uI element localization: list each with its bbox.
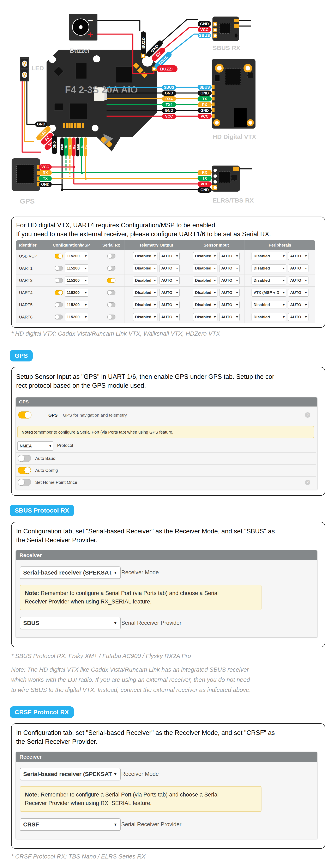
- peripherals-select[interactable]: Disabled▾: [252, 301, 286, 309]
- peripherals-select[interactable]: VTX (MSP + D▾: [252, 289, 286, 297]
- auto-config-toggle[interactable]: [18, 467, 31, 474]
- peripherals-select[interactable]: Disabled▾: [252, 277, 286, 284]
- configuration-msp-toggle[interactable]: [55, 278, 63, 283]
- svg-text:GND: GND: [53, 141, 56, 149]
- pin-pill-tx: TX: [198, 176, 212, 181]
- chevron-down-icon: ▾: [236, 315, 238, 319]
- svg-text:RX: RX: [43, 171, 48, 175]
- set-home-row: Set Home Point Once ?: [16, 476, 316, 488]
- pin-pill-gnd: GND: [76, 137, 79, 156]
- sensor-select[interactable]: Disabled▾: [193, 313, 217, 321]
- sensor-select[interactable]: Disabled▾: [193, 252, 217, 260]
- baud-select[interactable]: 115200▾: [65, 289, 88, 297]
- serial-rx-toggle[interactable]: [107, 254, 115, 258]
- peripherals-select[interactable]: Disabled▾: [252, 313, 286, 321]
- telemetry-baud-select[interactable]: AUTO▾: [159, 252, 180, 260]
- telemetry-baud-select[interactable]: AUTO▾: [159, 264, 180, 272]
- auto-config-row: Auto Config: [16, 464, 316, 477]
- buzzer: − + Buzzer: [69, 13, 98, 54]
- gps-note: Note: Remember to configure a Serial Por…: [18, 426, 314, 438]
- serial-rx-toggle[interactable]: [107, 290, 115, 295]
- sensor-baud-select[interactable]: AUTO▾: [219, 301, 240, 309]
- configuration-msp-toggle[interactable]: [55, 266, 63, 271]
- peripherals-baud-select[interactable]: AUTO▾: [288, 289, 308, 297]
- chevron-down-icon: ▾: [85, 254, 87, 258]
- baud-select[interactable]: 115200▾: [65, 277, 88, 284]
- serial-rx-toggle[interactable]: [107, 278, 115, 283]
- configuration-msp-toggle[interactable]: [55, 302, 63, 307]
- baud-select[interactable]: 115200▾: [65, 264, 88, 272]
- baud-select[interactable]: 115200▾: [65, 252, 88, 260]
- chevron-down-icon: ▾: [154, 267, 156, 270]
- ports-table-body: USB VCP 115200▾ Disabled▾ AUTO▾ Disabled…: [16, 250, 315, 323]
- telemetry-select[interactable]: Disabled▾: [133, 252, 158, 260]
- set-home-toggle[interactable]: [18, 479, 31, 486]
- svg-text:SBUS: SBUS: [199, 33, 210, 38]
- baud-select[interactable]: 115200▾: [65, 313, 88, 321]
- auto-baud-toggle[interactable]: [18, 455, 31, 462]
- serial-provider-select[interactable]: CRSF▼: [20, 818, 120, 831]
- table-row: UART3 115200▾ Disabled▾ AUTO▾ Disabled▾ …: [16, 274, 315, 286]
- peripherals-select[interactable]: Disabled▾: [252, 264, 286, 272]
- telemetry-baud-select[interactable]: AUTO▾: [159, 301, 180, 309]
- port-identifier: UART4: [19, 290, 32, 295]
- pin-pill-sbus: SBUS: [198, 85, 212, 90]
- sensor-select[interactable]: Disabled▾: [193, 301, 217, 309]
- sensor-baud-select[interactable]: AUTO▾: [219, 277, 240, 284]
- chevron-down-icon: ▾: [214, 303, 216, 307]
- crsf-intro-line2: the Serial Receiver Provider.: [16, 737, 98, 746]
- telemetry-baud-select[interactable]: AUTO▾: [159, 313, 180, 321]
- telemetry-select[interactable]: Disabled▾: [133, 301, 158, 309]
- serial-rx-toggle[interactable]: [107, 302, 115, 307]
- ports-table: Identifier Configuration/MSP Serial Rx T…: [16, 240, 315, 323]
- peripherals-baud-select[interactable]: AUTO▾: [288, 277, 308, 284]
- auto-baud-label: Auto Baud: [35, 456, 55, 461]
- baud-select[interactable]: 115200▾: [65, 301, 88, 309]
- peripherals-baud-select[interactable]: AUTO▾: [288, 313, 308, 321]
- pin-pill-gnd: GND: [52, 135, 57, 154]
- sensor-baud-select[interactable]: AUTO▾: [219, 289, 240, 297]
- help-icon[interactable]: ?: [305, 412, 310, 418]
- receiver-mode-select[interactable]: Serial-based receiver (SPEKSAT, S▼: [20, 566, 120, 579]
- serial-rx-toggle[interactable]: [107, 266, 115, 271]
- protocol-select[interactable]: NMEA▾: [18, 441, 53, 451]
- configuration-msp-toggle[interactable]: [55, 290, 63, 295]
- peripherals-select[interactable]: Disabled▾: [252, 252, 286, 260]
- telemetry-baud-select[interactable]: AUTO▾: [159, 289, 180, 297]
- telemetry-select[interactable]: Disabled▾: [133, 289, 158, 297]
- telemetry-select[interactable]: Disabled▾: [133, 264, 158, 272]
- gps-panel-title: GPS: [16, 397, 318, 406]
- configuration-msp-toggle[interactable]: [55, 254, 63, 258]
- telemetry-select[interactable]: Disabled▾: [133, 277, 158, 284]
- peripherals-baud-select[interactable]: AUTO▾: [288, 252, 308, 260]
- elrs-rx-label: ELRS/TBS RX: [213, 197, 254, 204]
- serial-rx-toggle[interactable]: [107, 314, 115, 319]
- serial-provider-select[interactable]: SBUS▼: [20, 617, 120, 629]
- table-row: UART6 115200▾ Disabled▾ AUTO▾ Disabled▾ …: [16, 311, 315, 323]
- elrs-rx-module: ELRS/TBS RX: [212, 165, 254, 204]
- sensor-baud-select[interactable]: AUTO▾: [219, 252, 240, 260]
- sensor-select[interactable]: Disabled▾: [193, 289, 217, 297]
- svg-text:VCC: VCC: [201, 182, 209, 186]
- serial-provider-label: Serial Receiver Provider: [121, 821, 182, 828]
- sensor-select[interactable]: Disabled▾: [193, 264, 217, 272]
- svg-text:TX: TX: [202, 176, 207, 180]
- receiver-mode-select[interactable]: Serial-based receiver (SPEKSAT, S▼: [20, 768, 120, 780]
- gps-enable-label: GPS: [40, 413, 65, 418]
- pin-pill-t6: T6: [64, 137, 67, 156]
- help-icon[interactable]: ?: [305, 480, 310, 485]
- configuration-msp-toggle[interactable]: [55, 314, 63, 319]
- chevron-down-icon: ▾: [283, 279, 285, 282]
- gps-enable-toggle[interactable]: [18, 411, 31, 418]
- peripherals-baud-select[interactable]: AUTO▾: [288, 264, 308, 272]
- sensor-select[interactable]: Disabled▾: [193, 277, 217, 284]
- sensor-baud-select[interactable]: AUTO▾: [219, 313, 240, 321]
- serial-provider-label: Serial Receiver Provider: [121, 620, 182, 626]
- receiver-note: Note: Remember to configure a Serial Por…: [20, 585, 261, 610]
- chevron-down-icon: ▾: [154, 303, 156, 307]
- telemetry-select[interactable]: Disabled▾: [133, 313, 158, 321]
- peripherals-baud-select[interactable]: AUTO▾: [288, 301, 308, 309]
- ports-intro-line1: For HD digital VTX, UART4 requires Confi…: [16, 221, 217, 229]
- sensor-baud-select[interactable]: AUTO▾: [219, 264, 240, 272]
- telemetry-baud-select[interactable]: AUTO▾: [159, 277, 180, 284]
